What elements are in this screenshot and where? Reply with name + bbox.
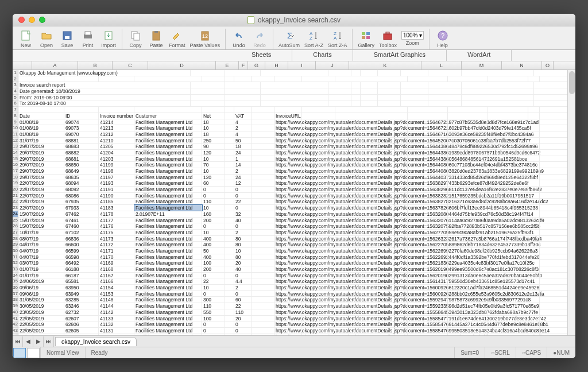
cell[interactable]: 68881 [64,138,99,144]
cell[interactable] [335,236,408,242]
cell[interactable]: Facilities Management Ltd [134,119,202,125]
row-header[interactable]: 11 [13,131,18,138]
cell[interactable]: 10/07/19 [18,230,64,235]
cell[interactable]: https://www.okappy.com/myautoalert/docum… [274,187,302,192]
cell[interactable] [448,150,488,156]
cell[interactable] [225,328,234,334]
cell[interactable] [225,273,234,278]
cell[interactable] [408,156,448,162]
cell[interactable]: 300 [202,297,225,303]
cell[interactable]: https://www.okappy.com/myautoalert/docum… [274,205,302,211]
cell[interactable] [252,297,274,303]
cell[interactable] [225,82,261,88]
cell[interactable] [99,107,134,113]
cell[interactable] [448,76,488,82]
cell[interactable] [252,131,274,137]
column-header[interactable]: F [239,61,248,69]
cell[interactable]: 68682 [64,150,99,156]
cell[interactable]: 22/05/2019 [18,328,64,334]
row-header[interactable]: 38 [13,297,18,303]
cell[interactable]: 400 [202,242,225,247]
page-layout-view-button[interactable] [27,348,40,358]
cell[interactable] [335,285,408,290]
cell[interactable]: 41205 [99,144,134,149]
cell[interactable]: 29/07/2019 [18,168,64,174]
cell[interactable]: 41190 [99,193,134,199]
row-header[interactable]: 39 [13,303,18,309]
cell[interactable] [488,278,528,284]
cell[interactable] [225,248,234,254]
cell[interactable] [302,285,335,290]
cell[interactable] [488,76,528,82]
cell[interactable]: 41142 [99,309,134,315]
cell[interactable] [448,125,488,131]
cell[interactable]: 10 [202,285,225,290]
cell[interactable] [448,187,488,192]
cell[interactable]: 40 [234,266,252,272]
cell[interactable]: https://www.okappy.com/myautoalert/docum… [274,223,302,229]
cell[interactable] [335,125,408,131]
cell[interactable]: 01/07/19 [18,273,64,278]
cell[interactable]: 22/07/2019 [18,187,64,192]
cell[interactable]: 41176 [99,223,134,229]
cell[interactable] [134,76,202,82]
row-header[interactable]: 4 [13,88,18,95]
row-header[interactable]: 41 [13,316,18,322]
cell[interactable] [191,88,225,94]
sort-za-button[interactable]: ZASort Z-A [326,29,349,49]
cell[interactable] [488,254,528,260]
cell[interactable]: https://www.okappy.com/myautoalert/docum… [274,254,302,260]
cell[interactable] [351,100,361,106]
cell[interactable] [448,278,488,284]
cell[interactable]: 63246 [64,303,99,309]
cell[interactable] [225,131,234,137]
cell[interactable] [462,100,534,106]
cell[interactable] [252,76,274,82]
cell[interactable] [448,205,488,211]
cell[interactable] [351,88,361,94]
cell[interactable]: Facilities Management Ltd [134,180,202,186]
cell[interactable] [252,285,274,290]
cell[interactable] [202,76,225,82]
cell[interactable] [408,230,448,235]
cell[interactable]: Facilities Management Ltd [134,131,202,137]
cell[interactable]: https://www.okappy.com/myautoalert/docum… [274,328,302,334]
cell[interactable]: 50 [202,248,225,254]
cell[interactable]: 68092 [64,187,99,192]
cell[interactable] [335,168,408,174]
cell[interactable] [488,316,528,321]
cell[interactable] [302,248,335,254]
minimize-window-button[interactable] [29,17,35,23]
cell[interactable]: 0 [234,205,252,211]
cell[interactable] [252,236,274,242]
row-header[interactable]: 24 [13,211,18,218]
cell[interactable] [335,205,408,211]
cell[interactable] [528,168,540,174]
cell[interactable]: https://www.okappy.com/myautoalert/docum… [274,278,302,284]
cell[interactable]: https://www.okappy.com/myautoalert/docum… [274,168,302,174]
cell[interactable]: Facilities Management Ltd [134,187,202,192]
cell[interactable] [252,321,274,327]
cell[interactable] [225,297,234,303]
cell[interactable]: 20 [234,260,252,266]
cell[interactable]: 41129 [99,334,134,335]
cell[interactable]: 32 [234,211,252,217]
sheet-nav-first[interactable]: ⏮ [13,336,23,347]
cell[interactable] [261,100,328,106]
cell[interactable] [335,266,408,272]
cell[interactable] [448,236,488,242]
cell[interactable]: 62601 [64,334,99,335]
cell[interactable]: Facilities Management Ltd [134,175,202,180]
cell[interactable] [528,285,540,290]
row-header[interactable]: 12 [13,138,18,144]
cell[interactable] [302,242,335,247]
cell[interactable] [448,303,488,309]
cell[interactable] [252,230,274,235]
cell[interactable] [302,273,335,278]
cell[interactable]: 41153 [99,291,134,297]
row-header[interactable]: 40 [13,309,18,316]
column-header[interactable]: C [113,61,148,69]
cell[interactable]: 41144 [99,303,134,309]
cell[interactable]: 29/07/2019 [18,144,64,149]
cell[interactable] [408,211,448,217]
